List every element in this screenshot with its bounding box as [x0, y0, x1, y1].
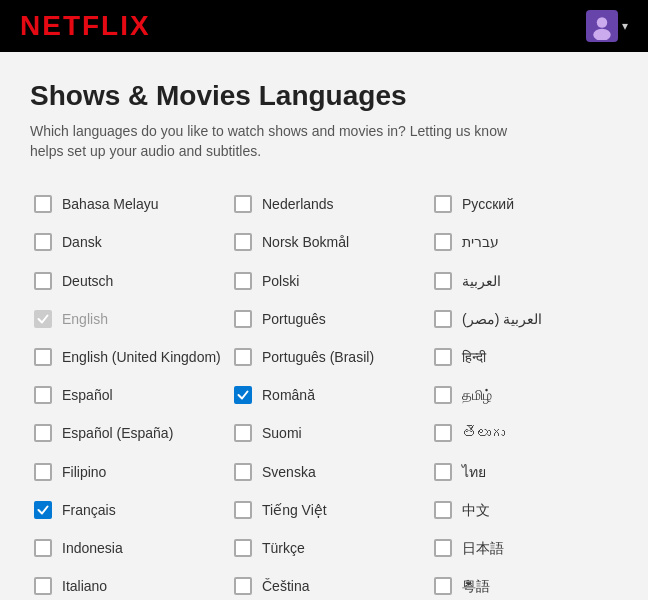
checkbox-filipino[interactable]	[34, 463, 52, 481]
checkbox-deutsch[interactable]	[34, 272, 52, 290]
lang-item-portugues[interactable]: Português	[230, 300, 430, 338]
lang-item-english-uk[interactable]: English (United Kingdom)	[30, 338, 230, 376]
lang-label-norsk-bokmal: Norsk Bokmål	[262, 233, 349, 251]
lang-item-suomi[interactable]: Suomi	[230, 414, 430, 452]
lang-item-cantonese[interactable]: 粵語	[430, 567, 630, 600]
main-content: Shows & Movies Languages Which languages…	[0, 52, 648, 600]
lang-item-telugu[interactable]: తెలుగు	[430, 414, 630, 452]
lang-item-russky[interactable]: Русский	[430, 185, 630, 223]
lang-item-indonesia[interactable]: Indonesia	[30, 529, 230, 567]
checkbox-norsk-bokmal[interactable]	[234, 233, 252, 251]
lang-item-dansk[interactable]: Dansk	[30, 223, 230, 261]
lang-label-dansk: Dansk	[62, 233, 102, 251]
checkbox-chinese[interactable]	[434, 501, 452, 519]
lang-item-italiano[interactable]: Italiano	[30, 567, 230, 600]
lang-label-romana: Română	[262, 386, 315, 404]
checkbox-japanese[interactable]	[434, 539, 452, 557]
lang-label-filipino: Filipino	[62, 463, 106, 481]
netflix-logo: NETFLIX	[20, 10, 151, 42]
lang-label-italiano: Italiano	[62, 577, 107, 595]
lang-label-portugues-brasil: Português (Brasil)	[262, 348, 374, 366]
checkbox-english-uk[interactable]	[34, 348, 52, 366]
lang-item-arabiya[interactable]: العربية	[430, 262, 630, 300]
checkbox-francais[interactable]	[34, 501, 52, 519]
lang-item-tieng-viet[interactable]: Tiếng Việt	[230, 491, 430, 529]
checkbox-tieng-viet[interactable]	[234, 501, 252, 519]
account-menu[interactable]: ▾	[586, 10, 628, 42]
lang-item-bahasa-melayu[interactable]: Bahasa Melayu	[30, 185, 230, 223]
lang-label-turkce: Türkçe	[262, 539, 305, 557]
chevron-down-icon: ▾	[622, 19, 628, 33]
checkbox-arabiya-masr[interactable]	[434, 310, 452, 328]
checkbox-thai[interactable]	[434, 463, 452, 481]
checkbox-russky[interactable]	[434, 195, 452, 213]
checkbox-tamil[interactable]	[434, 386, 452, 404]
lang-item-deutsch[interactable]: Deutsch	[30, 262, 230, 300]
lang-label-espanol: Español	[62, 386, 113, 404]
avatar	[586, 10, 618, 42]
lang-label-english: English	[62, 310, 108, 328]
checkbox-hindi[interactable]	[434, 348, 452, 366]
header: NETFLIX ▾	[0, 0, 648, 52]
lang-label-francais: Français	[62, 501, 116, 519]
page-title: Shows & Movies Languages	[30, 80, 618, 112]
lang-item-hindi[interactable]: हिन्दी	[430, 338, 630, 376]
lang-item-svenska[interactable]: Svenska	[230, 453, 430, 491]
checkbox-indonesia[interactable]	[34, 539, 52, 557]
checkbox-cantonese[interactable]	[434, 577, 452, 595]
checkbox-portugues[interactable]	[234, 310, 252, 328]
checkbox-cestina[interactable]	[234, 577, 252, 595]
lang-label-telugu: తెలుగు	[462, 424, 505, 442]
lang-label-thai: ไทย	[462, 463, 486, 481]
checkbox-dansk[interactable]	[34, 233, 52, 251]
checkbox-portugues-brasil[interactable]	[234, 348, 252, 366]
lang-item-filipino[interactable]: Filipino	[30, 453, 230, 491]
lang-label-cestina: Čeština	[262, 577, 309, 595]
lang-item-romana[interactable]: Română	[230, 376, 430, 414]
lang-item-nederlands[interactable]: Nederlands	[230, 185, 430, 223]
lang-item-polski[interactable]: Polski	[230, 262, 430, 300]
checkbox-arabiya[interactable]	[434, 272, 452, 290]
lang-item-cestina[interactable]: Čeština	[230, 567, 430, 600]
lang-item-japanese[interactable]: 日本語	[430, 529, 630, 567]
lang-item-portugues-brasil[interactable]: Português (Brasil)	[230, 338, 430, 376]
lang-item-tamil[interactable]: தமிழ்	[430, 376, 630, 414]
lang-item-chinese[interactable]: 中文	[430, 491, 630, 529]
lang-label-arabiya: العربية	[462, 272, 501, 290]
lang-item-thai[interactable]: ไทย	[430, 453, 630, 491]
checkbox-bahasa-melayu[interactable]	[34, 195, 52, 213]
lang-item-ivrit[interactable]: עברית	[430, 223, 630, 261]
lang-item-espanol-espana[interactable]: Español (España)	[30, 414, 230, 452]
checkbox-espanol-espana[interactable]	[34, 424, 52, 442]
lang-item-francais[interactable]: Français	[30, 491, 230, 529]
checkbox-espanol[interactable]	[34, 386, 52, 404]
lang-item-norsk-bokmal[interactable]: Norsk Bokmål	[230, 223, 430, 261]
checkbox-svenska[interactable]	[234, 463, 252, 481]
checkbox-italiano[interactable]	[34, 577, 52, 595]
lang-label-russky: Русский	[462, 195, 514, 213]
checkbox-polski[interactable]	[234, 272, 252, 290]
checkbox-nederlands[interactable]	[234, 195, 252, 213]
checkbox-suomi[interactable]	[234, 424, 252, 442]
lang-label-polski: Polski	[262, 272, 299, 290]
checkbox-telugu[interactable]	[434, 424, 452, 442]
checkbox-romana[interactable]	[234, 386, 252, 404]
lang-label-english-uk: English (United Kingdom)	[62, 348, 221, 366]
page-subtitle: Which languages do you like to watch sho…	[30, 122, 510, 161]
lang-label-tieng-viet: Tiếng Việt	[262, 501, 327, 519]
lang-label-portugues: Português	[262, 310, 326, 328]
lang-label-svenska: Svenska	[262, 463, 316, 481]
lang-item-arabiya-masr[interactable]: العربية (مصر)	[430, 300, 630, 338]
checkbox-turkce[interactable]	[234, 539, 252, 557]
lang-label-bahasa-melayu: Bahasa Melayu	[62, 195, 159, 213]
lang-item-english[interactable]: English	[30, 300, 230, 338]
lang-label-chinese: 中文	[462, 501, 490, 519]
lang-label-hindi: हिन्दी	[462, 348, 486, 366]
lang-label-suomi: Suomi	[262, 424, 302, 442]
lang-item-turkce[interactable]: Türkçe	[230, 529, 430, 567]
lang-item-espanol[interactable]: Español	[30, 376, 230, 414]
checkbox-ivrit[interactable]	[434, 233, 452, 251]
lang-label-ivrit: עברית	[462, 233, 499, 251]
checkbox-english[interactable]	[34, 310, 52, 328]
lang-label-japanese: 日本語	[462, 539, 504, 557]
